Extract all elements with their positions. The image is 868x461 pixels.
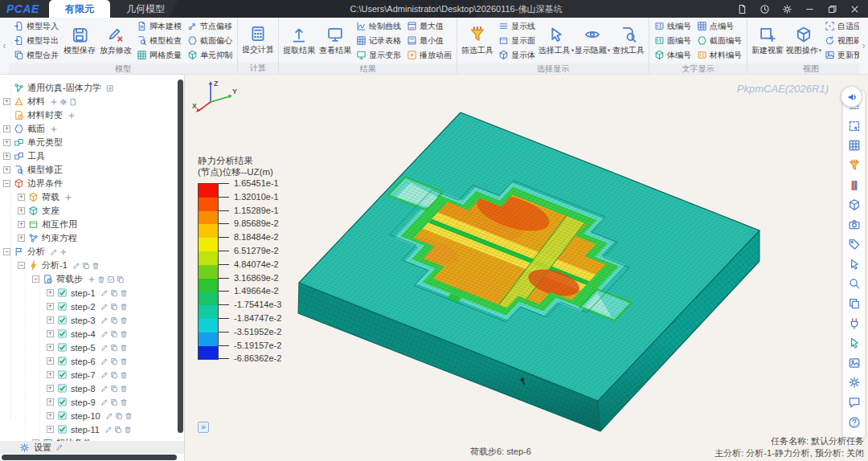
edit-button[interactable] (50, 248, 58, 256)
pointer-ray-button[interactable] (845, 334, 864, 352)
tree-item-19[interactable]: +step-5 (0, 341, 178, 354)
model-check-button[interactable]: 模型检查 (135, 34, 183, 47)
history-clock-button[interactable] (754, 1, 775, 17)
copy-button[interactable] (110, 398, 118, 406)
show-deform-button[interactable]: 显示变形 (354, 48, 403, 62)
tree-expander-icon[interactable]: + (3, 153, 10, 160)
tree-item-7[interactable]: −边界条件 (0, 177, 178, 190)
settings-gear-button[interactable] (845, 373, 864, 391)
copy-button[interactable] (110, 330, 118, 338)
find-tool-button[interactable]: 查找工具 (612, 24, 645, 58)
edit-button[interactable] (100, 316, 108, 324)
copy-button[interactable] (110, 344, 118, 352)
script-model-button[interactable]: 脚本建模 (135, 19, 183, 33)
tree-expander-icon[interactable]: − (32, 275, 39, 283)
tree-expander-icon[interactable]: − (3, 180, 10, 187)
show-face-button[interactable]: 显示面 (497, 34, 537, 47)
face-number-button[interactable]: 面编号 (653, 34, 693, 47)
tree-item-16[interactable]: +step-2 (0, 300, 178, 313)
step-table-button[interactable] (845, 137, 864, 154)
tree-expander-icon[interactable]: + (47, 303, 54, 310)
add-button[interactable] (50, 125, 58, 133)
filter-funnel-button[interactable]: 筛选工具 (461, 24, 494, 58)
tree-horizontal-scrollbar[interactable] (2, 455, 177, 460)
tree-item-24[interactable]: +step-10 (0, 409, 178, 422)
tree-expander-icon[interactable]: + (18, 207, 25, 214)
tree-expander-icon[interactable]: + (3, 98, 10, 105)
tree-item-5[interactable]: +工具 (0, 149, 178, 163)
delete-button[interactable] (120, 385, 128, 393)
node-offset-button[interactable]: 节点偏移 (186, 19, 234, 33)
tree-expander-icon[interactable]: + (47, 412, 54, 419)
max-value-button[interactable]: 最大值 (405, 19, 453, 33)
tree-item-9[interactable]: +支座 (0, 204, 178, 218)
tree-item-14[interactable]: −荷载步 (0, 272, 178, 286)
add-button[interactable] (50, 98, 58, 106)
batch-button[interactable] (117, 275, 125, 284)
delete-button[interactable] (97, 275, 105, 284)
save-disk-button[interactable]: 模型保存 (63, 24, 96, 58)
add-button[interactable] (59, 248, 68, 256)
tree-expander-icon[interactable]: + (47, 398, 54, 406)
tree-item-3[interactable]: +截面 (0, 122, 178, 136)
tree-expander-icon[interactable]: + (47, 344, 54, 351)
settings-gear-button[interactable] (776, 1, 797, 17)
plot-curve-button[interactable]: 绘制曲线 (354, 19, 403, 33)
tree-item-8[interactable]: +荷载 (0, 190, 178, 204)
model-export-button[interactable]: 模型导出 (12, 34, 60, 47)
edit-button[interactable] (100, 398, 108, 406)
min-value-button[interactable]: 最小值 (405, 34, 453, 47)
body-number-button[interactable]: 体编号 (653, 48, 693, 62)
discard-edit-button[interactable]: 放弃修改 (99, 24, 133, 58)
section-offset-button[interactable]: 截面偏心 (186, 34, 234, 47)
tree-expander-icon[interactable]: + (3, 125, 10, 133)
copy-button[interactable] (114, 426, 122, 434)
show-body-button[interactable]: 显示体 (497, 48, 537, 62)
edit-button[interactable] (100, 344, 108, 352)
tree-item-13[interactable]: −分析-1 (0, 259, 178, 272)
ribbon-overflow-right-icon[interactable]: › (859, 18, 868, 74)
tree-item-1[interactable]: +材料 (0, 95, 178, 108)
cube-axes-button[interactable] (845, 196, 864, 214)
tree-item-25[interactable]: +step-11 (0, 422, 178, 436)
edit-button[interactable] (105, 412, 113, 420)
add-button[interactable] (68, 112, 76, 120)
add-button[interactable] (88, 275, 96, 284)
delete-button[interactable] (120, 330, 128, 338)
copy-button[interactable] (110, 357, 118, 365)
new-window-button[interactable]: 新建视窗 (751, 24, 784, 58)
snapshot-button[interactable] (845, 216, 864, 234)
show-hide-button[interactable]: 显示隐藏▾ (575, 24, 609, 58)
model-viewport-canvas[interactable] (185, 75, 840, 461)
tree-settings-row[interactable]: 设置 (0, 441, 184, 454)
cursor-select-button[interactable] (845, 255, 864, 273)
expand-badge-button[interactable] (106, 84, 114, 92)
tree-expander-icon[interactable]: + (47, 385, 54, 392)
tree-item-20[interactable]: +step-6 (0, 354, 178, 368)
mesh-quality-button[interactable]: 网格质量 (135, 48, 183, 62)
edit-button[interactable] (55, 443, 63, 451)
edit-button[interactable] (100, 357, 108, 365)
view-result-button[interactable]: 查看结果 (318, 24, 352, 58)
copy-view-button[interactable] (845, 295, 864, 312)
delete-button[interactable] (124, 426, 132, 434)
ribbon-collapse-left-icon[interactable]: ‹ (0, 18, 9, 74)
tags-button[interactable] (845, 235, 864, 253)
tree-expander-icon[interactable]: + (3, 139, 10, 146)
copy-button[interactable] (110, 316, 118, 324)
tree-item-2[interactable]: 材料时变 (0, 108, 178, 122)
tree-expander-icon[interactable]: + (47, 357, 54, 365)
tree-item-15[interactable]: +step-1 (0, 286, 178, 300)
plug-button[interactable] (845, 315, 864, 332)
element-suppress-button[interactable]: 单元抑制 (186, 48, 234, 62)
model-import-button[interactable]: 模型导入 (12, 19, 60, 33)
delete-button[interactable] (120, 357, 128, 365)
view-operate-button[interactable]: 视图操作▾ (787, 24, 821, 58)
delete-button[interactable] (125, 412, 133, 420)
refresh-view-button[interactable]: 视图刷新 (823, 34, 859, 47)
copy-button[interactable] (110, 303, 118, 311)
tree-item-0[interactable]: 通用仿真-固体力学 (0, 81, 178, 95)
tree-item-23[interactable]: +step-9 (0, 395, 178, 409)
tree-expander-icon[interactable]: + (47, 316, 54, 324)
update-preview-button[interactable]: 更新预览 (823, 48, 859, 62)
